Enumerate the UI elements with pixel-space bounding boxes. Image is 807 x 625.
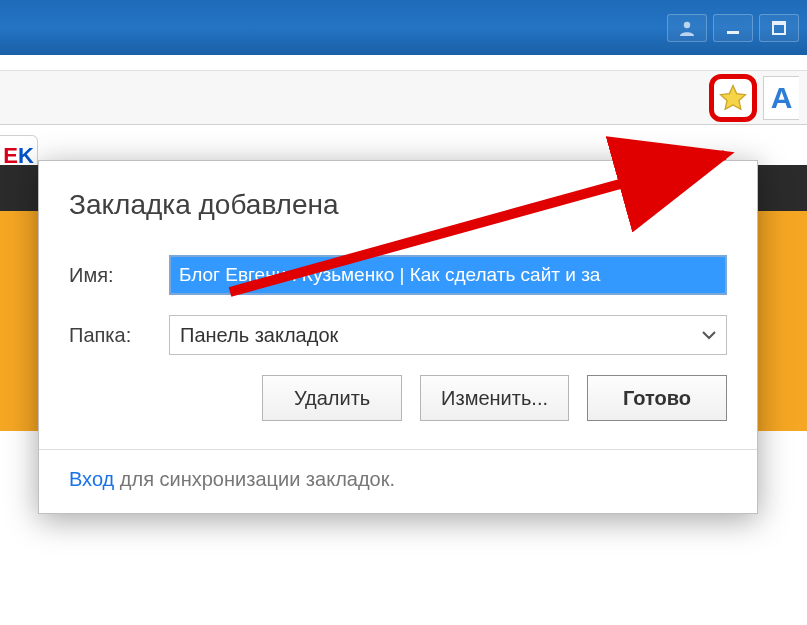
popup-title: Закладка добавлена [69,189,727,221]
folder-row: Папка: Панель закладок [69,315,727,355]
divider [39,449,757,450]
signin-link[interactable]: Вход [69,468,114,490]
person-icon [678,20,696,36]
maximize-icon [771,20,787,36]
folder-select[interactable]: Панель закладок [169,315,727,355]
minimize-button[interactable] [713,14,753,42]
folder-selected-value: Панель закладок [180,324,338,347]
minimize-icon [725,20,741,36]
maximize-button[interactable] [759,14,799,42]
star-icon [718,83,748,113]
browser-chrome: A [0,55,807,125]
sync-text: для синхронизации закладок. [114,468,395,490]
folder-label: Папка: [69,324,169,347]
popup-buttons: Удалить Изменить... Готово [169,375,727,421]
svg-rect-1 [727,31,739,34]
extension-button[interactable]: A [763,76,799,120]
bookmark-name-input[interactable]: Блог Евгения Кузьменко | Как сделать сай… [169,255,727,295]
done-button[interactable]: Готово [587,375,727,421]
name-row: Имя: Блог Евгения Кузьменко | Как сделат… [69,255,727,295]
sync-message: Вход для синхронизации закладок. [69,468,727,491]
name-label: Имя: [69,264,169,287]
delete-button[interactable]: Удалить [262,375,402,421]
user-profile-button[interactable] [667,14,707,42]
address-bar-row: A [0,70,807,125]
bookmark-added-popup: Закладка добавлена Имя: Блог Евгения Куз… [38,160,758,514]
svg-rect-3 [773,22,785,25]
svg-point-0 [684,21,690,27]
window-titlebar [0,0,807,55]
chevron-down-icon [702,330,716,340]
bookmark-star-button[interactable] [709,74,757,122]
edit-button[interactable]: Изменить... [420,375,569,421]
